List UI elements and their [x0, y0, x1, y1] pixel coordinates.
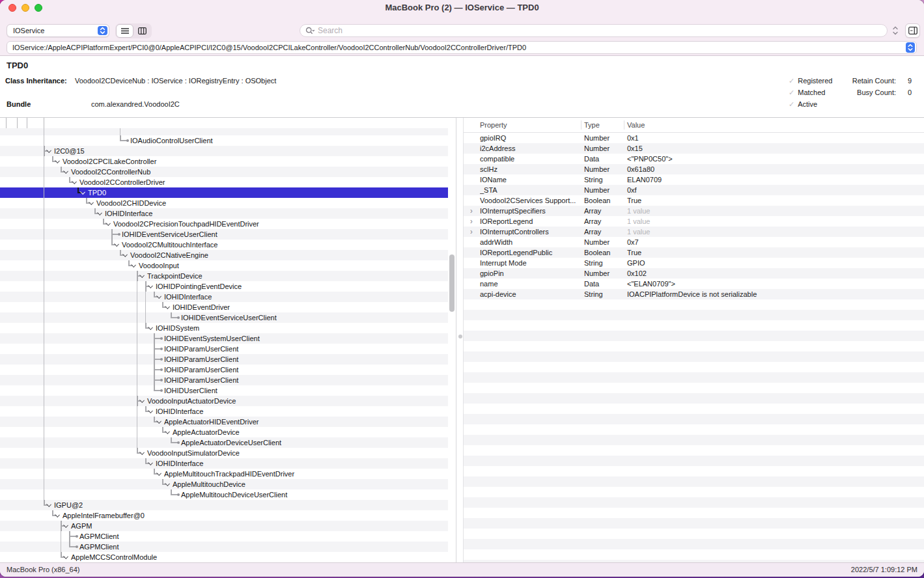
disclosure-chevron-icon[interactable] [139, 450, 145, 455]
tree-row[interactable]: VoodooInputSimulatorDevice [0, 448, 448, 458]
path-field[interactable]: IOService:/AppleACPIPlatformExpert/PCI0@… [7, 41, 917, 54]
tree-row[interactable]: IOHIDParamUserClient [0, 344, 448, 354]
tree-node-label[interactable]: IOHIDUserClient [164, 385, 217, 396]
tree-node-label[interactable]: VoodooI2CControllerNub [71, 167, 150, 177]
disclosure-chevron-icon[interactable] [148, 408, 153, 413]
tree-row[interactable]: IOHIDEventDriver [0, 302, 448, 312]
disclosure-chevron-icon[interactable] [97, 210, 102, 215]
disclosure-chevron-icon[interactable] [46, 148, 51, 153]
tree-node-label[interactable]: I2C0@15 [54, 146, 85, 156]
tree-node-label[interactable]: AppleActuatorDeviceUserClient [181, 437, 281, 448]
disclosure-chevron-icon[interactable] [139, 273, 145, 278]
property-row[interactable]: nameData<"ELAN0709"> [464, 279, 924, 289]
tree-row[interactable]: IOHIDInterface [0, 458, 448, 469]
tree-row[interactable]: IOHIDParamUserClient [0, 354, 448, 365]
pane-splitter[interactable] [456, 118, 464, 562]
disclosure-chevron-icon[interactable] [63, 554, 68, 559]
tree-scrollbar-thumb[interactable] [449, 255, 455, 312]
disclosure-chevron-icon[interactable] [72, 179, 77, 184]
search-input[interactable]: Search [300, 24, 888, 37]
tree-node-label[interactable]: TrackpointDevice [147, 271, 203, 281]
tree-node-label[interactable]: VoodooI2CHIDDevice [96, 198, 166, 208]
tree-row[interactable]: IGPU@2 [0, 500, 448, 510]
disclosure-chevron-icon[interactable] [46, 502, 51, 507]
disclosure-chevron-icon[interactable] [89, 200, 94, 205]
tree-row[interactable]: IOAudioControlUserClient [0, 135, 448, 146]
tree-node-label[interactable]: IOHIDEventServiceUserClient [122, 229, 217, 240]
column-header-value[interactable]: Value [627, 121, 645, 129]
tree-node-label[interactable]: IOHIDParamUserClient [164, 354, 238, 365]
tree-row[interactable]: AppleMultitouchDeviceUserClient [0, 489, 448, 500]
disclosure-chevron-icon[interactable] [139, 398, 145, 403]
disclosure-chevron-icon[interactable] [55, 512, 60, 517]
tree-row[interactable]: IOHIDSystem [0, 323, 448, 333]
property-row[interactable]: ›IOReportLegendArray1 value [464, 216, 924, 227]
disclosure-chevron-icon[interactable] [105, 221, 111, 226]
property-row[interactable]: compatibleData<"PNP0C50"> [464, 154, 924, 164]
property-row[interactable]: acpi-deviceStringIOACPIPlatformDevice is… [464, 289, 924, 299]
disclosure-chevron-icon[interactable] [165, 429, 170, 434]
tree-node-label[interactable]: AGPMClient [79, 531, 119, 542]
column-separator[interactable] [581, 120, 581, 130]
disclosure-chevron-icon[interactable] [114, 241, 119, 247]
outline-view-button[interactable] [116, 24, 133, 38]
tree-row[interactable]: I2C0@15 [0, 146, 448, 156]
property-row[interactable]: VoodooI2CServices Support...BooleanTrue [464, 195, 924, 206]
tree-node-label[interactable]: IOHIDEventSystemUserClient [164, 333, 260, 344]
property-row[interactable]: addrWidthNumber0x7 [464, 237, 924, 247]
tree-node-label[interactable]: VoodooI2CMultitouchInterface [122, 240, 217, 250]
property-row[interactable]: sclHzNumber0x61a80 [464, 164, 924, 174]
tree-row[interactable]: AppleIntelFramebuffer@0 [0, 510, 448, 521]
tree-row[interactable]: IOHIDEventSystemUserClient [0, 333, 448, 344]
column-header-type[interactable]: Type [584, 121, 600, 129]
column-header-property[interactable]: Property [480, 121, 507, 129]
tree-row[interactable]: TPD0 [0, 187, 448, 198]
tree-row[interactable]: TrackpointDevice [0, 271, 448, 281]
titlebar[interactable]: MacBook Pro (2) — IOService — TPD0 [0, 0, 924, 16]
tree-node-label[interactable]: IOHIDParamUserClient [164, 365, 238, 375]
tree-row[interactable]: AppleActuatorHIDEventDriver [0, 417, 448, 427]
tree-node-label[interactable]: IOHIDEventDriver [173, 302, 230, 312]
tree-node-label[interactable]: IOAudioControlUserClient [130, 135, 213, 146]
tree-row[interactable]: VoodooI2CMultitouchInterface [0, 240, 448, 250]
tree-node-label[interactable]: VoodooI2CNativeEngine [130, 250, 208, 260]
tree-row[interactable]: VoodooI2CControllerNub [0, 167, 448, 177]
tree-node-label[interactable]: IOHIDParamUserClient [164, 375, 238, 385]
property-row[interactable]: ›IOInterruptSpecifiersArray1 value [464, 206, 924, 216]
disclosure-chevron-icon[interactable] [165, 304, 170, 309]
property-row[interactable]: i2cAddressNumber0x15 [464, 143, 924, 154]
tree-node-label[interactable]: IOHIDParamUserClient [164, 344, 238, 354]
array-disclosure-icon[interactable]: › [470, 216, 473, 225]
tree-row[interactable]: IOHIDInterface [0, 292, 448, 302]
search-history-stepper[interactable] [891, 25, 900, 36]
disclosure-chevron-icon[interactable] [63, 169, 68, 174]
column-separator[interactable] [624, 120, 624, 130]
disclosure-chevron-icon[interactable] [122, 252, 128, 257]
tree-row[interactable]: IOHIDEventServiceUserClient [0, 229, 448, 240]
tree-node-label[interactable]: IOHIDPointingEventDevice [156, 281, 242, 292]
tree-node-label[interactable]: IOHIDSystem [156, 323, 199, 333]
tree-row[interactable]: IOHIDParamUserClient [0, 375, 448, 385]
tree-row[interactable]: AGPMClient [0, 542, 448, 552]
tree-row[interactable]: IOHIDEventServiceUserClient [0, 312, 448, 323]
tree-node-label[interactable]: VoodooI2CControllerDriver [79, 177, 165, 187]
tree-node-label[interactable]: IOHIDEventServiceUserClient [181, 312, 277, 323]
tree-node-label[interactable]: AGPMClient [79, 542, 119, 552]
tree-row[interactable]: AGPM [0, 521, 448, 531]
property-row[interactable]: Interrupt ModeStringGPIO [464, 258, 924, 268]
tree-node-label[interactable]: AppleActuatorHIDEventDriver [164, 417, 259, 427]
property-row[interactable]: gpioIRQNumber0x1 [464, 133, 924, 143]
tree-row[interactable]: IOHIDPointingEventDevice [0, 281, 448, 292]
column-view-button[interactable] [133, 24, 151, 38]
tree-row[interactable]: IOHIDUserClient [0, 385, 448, 396]
tree-node-label[interactable]: TPD0 [88, 187, 106, 198]
tree-node-label[interactable]: AppleMultitouchDevice [173, 479, 245, 489]
tree-row[interactable]: IOAudioControlUserClient [0, 128, 448, 135]
tree-row[interactable]: VoodooI2CControllerDriver [0, 177, 448, 187]
tree-row[interactable]: VoodooI2CPrecisionTouchpadHIDEventDriver [0, 219, 448, 229]
tree-node-label[interactable]: IGPU@2 [54, 500, 83, 510]
property-row[interactable]: ›IOInterruptControllersArray1 value [464, 227, 924, 237]
tree-row[interactable]: IOHIDInterface [0, 406, 448, 417]
tree-row[interactable]: VoodooInput [0, 260, 448, 271]
tree-row[interactable]: VoodooI2CHIDDevice [0, 198, 448, 208]
